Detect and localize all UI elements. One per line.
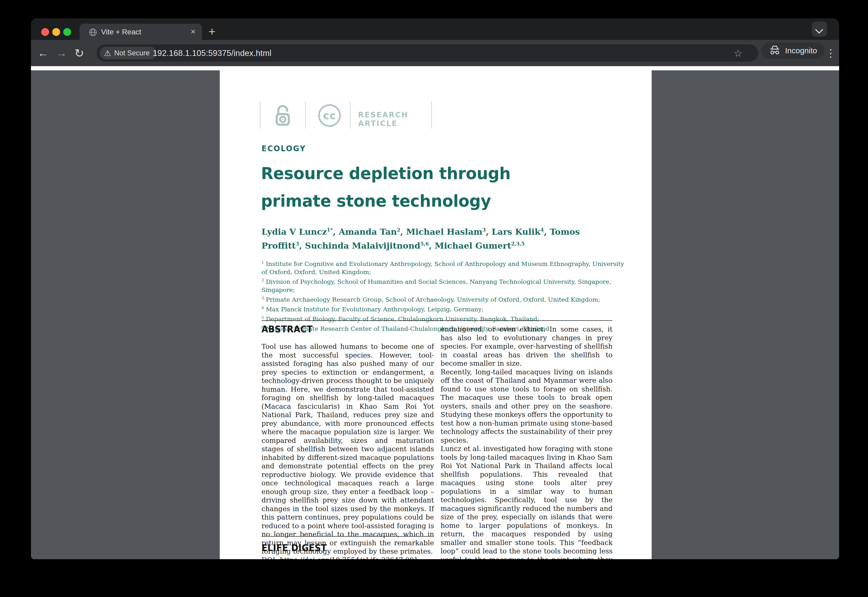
browser-toolbar: ← → ↻ ⚠ Not Secure 192.168.1.105:59375/i…: [31, 40, 839, 66]
affiliation: 1 Institute for Cognitive and Evolutiona…: [261, 258, 629, 276]
article-page: cc RESEARCH ARTICLE ECOLOGY Resource dep…: [220, 70, 652, 559]
forward-button[interactable]: →: [53, 40, 70, 66]
not-secure-label: Not Secure: [114, 49, 150, 57]
chevron-down-icon: [815, 25, 823, 34]
close-window-button[interactable]: [41, 28, 49, 36]
research-article-label: RESEARCH ARTICLE: [358, 110, 408, 128]
digest-divider: [261, 536, 434, 537]
article-title-line1: Resource depletion through: [261, 160, 617, 187]
reload-button[interactable]: ↻: [71, 40, 88, 66]
incognito-icon: [769, 45, 781, 57]
affiliation: 4 Max Planck Institute for Evolutionary …: [261, 304, 629, 313]
article-title: Resource depletion through primate stone…: [261, 160, 617, 215]
abstract-heading: ABSTRACT: [261, 324, 313, 334]
incognito-label: Incognito: [785, 46, 817, 55]
zoom-window-button[interactable]: [63, 28, 71, 36]
not-secure-chip[interactable]: ⚠ Not Secure: [100, 47, 156, 59]
address-bar[interactable]: ⚠ Not Secure 192.168.1.105:59375/index.h…: [96, 45, 758, 62]
digest-column: endangered, or even extinct. In some cas…: [441, 325, 613, 559]
elife-digest-heading: ELIFE DIGEST: [261, 542, 327, 553]
digest-paragraph: Recently, long-tailed macaques living on…: [441, 368, 613, 445]
bookmark-star-icon[interactable]: ☆: [734, 48, 742, 59]
tab-close-icon[interactable]: ×: [191, 27, 196, 36]
page-viewport: cc RESEARCH ARTICLE ECOLOGY Resource dep…: [31, 66, 839, 559]
digest-paragraph: Luncz et al. investigated how foraging w…: [441, 444, 613, 559]
author-list[interactable]: Lydia V Luncz1*, Amanda Tan2, Michael Ha…: [261, 224, 615, 251]
digest-paragraph: endangered, or even extinct. In some cas…: [441, 325, 613, 368]
abstract-text: Tool use has allowed humans to become on…: [261, 342, 434, 556]
incognito-badge: Incognito: [761, 43, 824, 59]
affiliation-list: 1 Institute for Cognitive and Evolutiona…: [261, 258, 629, 333]
section-divider: [261, 320, 612, 321]
back-button[interactable]: ←: [35, 40, 52, 66]
tab-title: Vite + React: [101, 28, 141, 36]
browser-window: Vite + React × + ← → ↻ ⚠ Not Secure 192.…: [31, 18, 839, 559]
subject-category[interactable]: ECOLOGY: [261, 144, 306, 153]
article-title-line2: primate stone technology: [261, 187, 617, 215]
menu-icon[interactable]: ⋮: [825, 40, 837, 66]
abstract-column: Tool use has allowed humans to become on…: [261, 342, 434, 559]
open-access-icon: [273, 104, 292, 127]
tab-search-button[interactable]: [812, 22, 827, 37]
url-text[interactable]: 192.168.1.105:59375/index.html: [153, 49, 272, 58]
warning-icon: ⚠: [104, 49, 111, 58]
creative-commons-icon: cc: [318, 104, 341, 127]
browser-tab[interactable]: Vite + React ×: [80, 24, 202, 40]
tab-strip: Vite + React × +: [31, 18, 839, 40]
new-tab-button[interactable]: +: [208, 26, 215, 37]
doi-link[interactable]: DOI: https://doi.org/10.7554/eLife.23647…: [261, 556, 434, 560]
affiliation: 2 Division of Psychology, School of Huma…: [261, 276, 629, 294]
globe-icon: [89, 28, 97, 38]
minimize-window-button[interactable]: [52, 28, 60, 36]
affiliation: 5 Department of Biology, Faculty of Scie…: [261, 313, 629, 323]
affiliation: 3 Primate Archaeology Research Group, Sc…: [261, 294, 629, 304]
